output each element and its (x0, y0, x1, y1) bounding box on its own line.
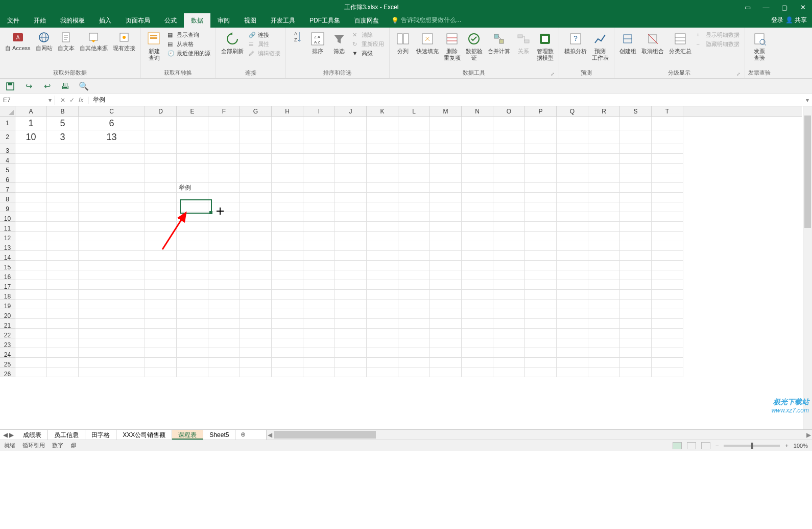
cell-H1[interactable] (272, 117, 303, 130)
tell-me-box[interactable]: 💡 告诉我您想要做什么... (386, 13, 466, 28)
cell-N23[interactable] (462, 338, 493, 348)
cell-F15[interactable] (208, 261, 240, 270)
cell-J16[interactable] (335, 270, 367, 280)
cell-T8[interactable] (652, 193, 683, 202)
cell-G24[interactable] (240, 348, 272, 358)
cell-S7[interactable] (620, 183, 652, 193)
cell-E24[interactable] (177, 348, 208, 358)
cell-M5[interactable] (430, 164, 462, 173)
cell-H21[interactable] (272, 319, 303, 329)
row-headers[interactable]: 1234567891011121314151617181920212223242… (0, 117, 15, 377)
ungroup-button[interactable]: 取消组合 (639, 30, 666, 56)
page-break-view-button[interactable] (701, 442, 710, 449)
cell-P15[interactable] (525, 261, 557, 270)
tab-scroll-buttons[interactable]: ◀ ▶ (0, 430, 17, 440)
cell-A9[interactable] (15, 202, 47, 212)
col-header-O[interactable]: O (493, 106, 525, 116)
cell-G2[interactable] (240, 130, 272, 144)
cell-R14[interactable] (588, 251, 620, 261)
col-header-E[interactable]: E (177, 106, 208, 116)
cell-G6[interactable] (240, 173, 272, 183)
cell-J2[interactable] (335, 130, 367, 144)
cell-E26[interactable] (177, 367, 208, 377)
cell-K4[interactable] (367, 154, 398, 164)
cell-T15[interactable] (652, 261, 683, 270)
col-header-I[interactable]: I (303, 106, 335, 116)
cell-I4[interactable] (303, 154, 335, 164)
cell-H25[interactable] (272, 358, 303, 367)
cell-D23[interactable] (145, 338, 177, 348)
cell-F7[interactable] (208, 183, 240, 193)
cell-Q12[interactable] (557, 232, 588, 241)
cell-F25[interactable] (208, 358, 240, 367)
cell-O14[interactable] (493, 251, 525, 261)
cell-G10[interactable] (240, 212, 272, 222)
cell-L12[interactable] (398, 232, 430, 241)
cell-B24[interactable] (47, 348, 79, 358)
normal-view-button[interactable] (673, 442, 682, 449)
cell-S8[interactable] (620, 193, 652, 202)
cell-E22[interactable] (177, 329, 208, 338)
cell-R6[interactable] (588, 173, 620, 183)
cell-I25[interactable] (303, 358, 335, 367)
cell-G16[interactable] (240, 270, 272, 280)
cell-C24[interactable] (79, 348, 145, 358)
row-header-12[interactable]: 12 (0, 232, 15, 241)
row-header-4[interactable]: 4 (0, 154, 15, 164)
cell-S20[interactable] (620, 309, 652, 319)
cell-A19[interactable] (15, 300, 47, 309)
cell-T16[interactable] (652, 270, 683, 280)
name-box[interactable]: E7▾ (0, 96, 55, 105)
cell-I11[interactable] (303, 222, 335, 232)
cell-O22[interactable] (493, 329, 525, 338)
cell-L23[interactable] (398, 338, 430, 348)
cell-I18[interactable] (303, 290, 335, 300)
cell-B9[interactable] (47, 202, 79, 212)
cell-R11[interactable] (588, 222, 620, 232)
cell-E18[interactable] (177, 290, 208, 300)
cell-E1[interactable] (177, 117, 208, 130)
cell-Q14[interactable] (557, 251, 588, 261)
col-header-H[interactable]: H (272, 106, 303, 116)
cell-O10[interactable] (493, 212, 525, 222)
cell-Q16[interactable] (557, 270, 588, 280)
forecast-sheet-button[interactable]: 预测 工作表 (590, 30, 611, 62)
tab-templates[interactable]: 我的模板 (53, 13, 92, 28)
cell-J19[interactable] (335, 300, 367, 309)
zoom-slider[interactable] (724, 445, 780, 447)
cell-O8[interactable] (493, 193, 525, 202)
cell-J4[interactable] (335, 154, 367, 164)
cell-E12[interactable] (177, 232, 208, 241)
cell-S3[interactable] (620, 144, 652, 154)
cell-N3[interactable] (462, 144, 493, 154)
recent-sources-button[interactable]: 🕘最近使用的源 (166, 49, 211, 58)
cell-J5[interactable] (335, 164, 367, 173)
cell-F4[interactable] (208, 154, 240, 164)
row-header-19[interactable]: 19 (0, 300, 15, 309)
cell-L7[interactable] (398, 183, 430, 193)
cell-K7[interactable] (367, 183, 398, 193)
cell-A8[interactable] (15, 193, 47, 202)
cell-R19[interactable] (588, 300, 620, 309)
col-header-R[interactable]: R (588, 106, 620, 116)
cell-C15[interactable] (79, 261, 145, 270)
cell-P6[interactable] (525, 173, 557, 183)
sheet-tab-active[interactable]: 课程表 (172, 430, 203, 440)
sheet-tab[interactable]: 成绩表 (17, 430, 48, 440)
cell-S1[interactable] (620, 117, 652, 130)
cell-L11[interactable] (398, 222, 430, 232)
cell-K6[interactable] (367, 173, 398, 183)
cell-Q25[interactable] (557, 358, 588, 367)
cell-O3[interactable] (493, 144, 525, 154)
cell-T21[interactable] (652, 319, 683, 329)
sheet-tab[interactable]: 员工信息 (48, 430, 85, 440)
cell-R13[interactable] (588, 241, 620, 251)
cell-K16[interactable] (367, 270, 398, 280)
cell-K21[interactable] (367, 319, 398, 329)
cell-A21[interactable] (15, 319, 47, 329)
cell-R1[interactable] (588, 117, 620, 130)
cell-L22[interactable] (398, 329, 430, 338)
cell-T5[interactable] (652, 164, 683, 173)
cell-R24[interactable] (588, 348, 620, 358)
cell-A23[interactable] (15, 338, 47, 348)
